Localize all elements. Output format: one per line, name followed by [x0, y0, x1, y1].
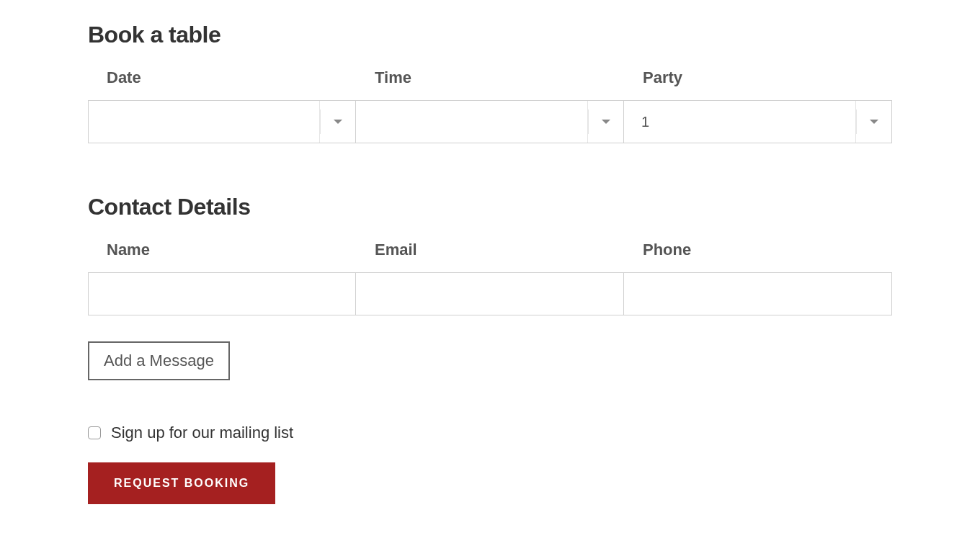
- mailing-label: Sign up for our mailing list: [111, 424, 293, 442]
- date-value: [89, 101, 355, 143]
- booking-heading: Book a table: [88, 22, 892, 48]
- party-value: 1: [624, 101, 891, 143]
- chevron-down-icon: [587, 101, 623, 143]
- name-field: Name: [88, 241, 356, 315]
- phone-label: Phone: [624, 241, 892, 259]
- booking-row: Date Time Party: [88, 68, 892, 143]
- chevron-down-icon: [319, 101, 355, 143]
- time-field: Time: [356, 68, 624, 143]
- name-label: Name: [88, 241, 356, 259]
- contact-section: Contact Details Name Email Phone Add a M…: [88, 194, 892, 380]
- party-select[interactable]: 1: [624, 100, 892, 143]
- mailing-checkbox[interactable]: [88, 426, 101, 439]
- date-select[interactable]: [88, 100, 356, 143]
- time-value: [356, 101, 623, 143]
- email-field: Email: [356, 241, 624, 315]
- party-field: Party 1: [624, 68, 892, 143]
- contact-heading: Contact Details: [88, 194, 892, 220]
- add-message-button[interactable]: Add a Message: [88, 341, 230, 380]
- phone-field: Phone: [624, 241, 892, 315]
- time-select[interactable]: [356, 100, 624, 143]
- mailing-row: Sign up for our mailing list: [88, 424, 892, 442]
- booking-section: Book a table Date Time: [88, 22, 892, 143]
- phone-input[interactable]: [624, 273, 891, 315]
- date-field: Date: [88, 68, 356, 143]
- email-label: Email: [356, 241, 624, 259]
- request-booking-button[interactable]: REQUEST BOOKING: [88, 462, 275, 504]
- party-label: Party: [624, 68, 892, 87]
- name-input[interactable]: [89, 273, 355, 315]
- email-input[interactable]: [356, 273, 623, 315]
- date-label: Date: [88, 68, 356, 87]
- chevron-down-icon: [855, 101, 891, 143]
- contact-row: Name Email Phone: [88, 241, 892, 315]
- time-label: Time: [356, 68, 624, 87]
